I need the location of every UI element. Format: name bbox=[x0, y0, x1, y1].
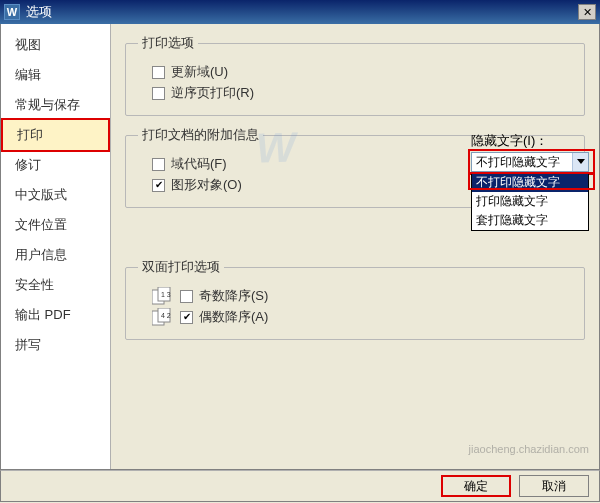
label-reverse-order: 逆序页打印(R) bbox=[171, 84, 254, 102]
legend-duplex: 双面打印选项 bbox=[138, 258, 224, 276]
label-graphics: 图形对象(O) bbox=[171, 176, 242, 194]
ok-button[interactable]: 确定 bbox=[441, 475, 511, 497]
checkbox-graphics[interactable] bbox=[152, 179, 165, 192]
dropdown-option-0[interactable]: 不打印隐藏文字 bbox=[472, 173, 588, 192]
label-field-codes: 域代码(F) bbox=[171, 155, 227, 173]
sidebar-item-general-save[interactable]: 常规与保存 bbox=[1, 90, 110, 120]
legend-doc-append: 打印文档的附加信息 bbox=[138, 126, 263, 144]
sidebar-item-chinese-layout[interactable]: 中文版式 bbox=[1, 180, 110, 210]
checkbox-field-codes[interactable] bbox=[152, 158, 165, 171]
sidebar-item-view[interactable]: 视图 bbox=[1, 30, 110, 60]
svg-text:1 3: 1 3 bbox=[161, 291, 171, 298]
cancel-button[interactable]: 取消 bbox=[519, 475, 589, 497]
label-hidden-text: 隐藏文字(I)： bbox=[471, 132, 548, 150]
content-panel: W 打印选项 更新域(U) 逆序页打印(R) 打印文档的附加信息 域代码(F) … bbox=[111, 24, 599, 469]
highlight-box: 打印 bbox=[1, 118, 110, 152]
sidebar-item-output-pdf[interactable]: 输出 PDF bbox=[1, 300, 110, 330]
app-icon: W bbox=[4, 4, 20, 20]
sidebar-item-file-location[interactable]: 文件位置 bbox=[1, 210, 110, 240]
group-duplex: 双面打印选项 1 3 奇数降序(S) 4 2 偶数降序(A) bbox=[125, 258, 585, 340]
sidebar-item-print[interactable]: 打印 bbox=[3, 120, 108, 150]
checkbox-even-desc[interactable] bbox=[180, 311, 193, 324]
sidebar-item-user-info[interactable]: 用户信息 bbox=[1, 240, 110, 270]
svg-text:4 2: 4 2 bbox=[161, 312, 171, 319]
legend-print-options: 打印选项 bbox=[138, 34, 198, 52]
window-title: 选项 bbox=[26, 3, 578, 21]
combo-value: 不打印隐藏文字 bbox=[472, 154, 572, 171]
sidebar-item-security[interactable]: 安全性 bbox=[1, 270, 110, 300]
sidebar-item-edit[interactable]: 编辑 bbox=[1, 60, 110, 90]
sidebar: 视图 编辑 常规与保存 打印 修订 中文版式 文件位置 用户信息 安全性 输出 … bbox=[1, 24, 111, 469]
label-odd-desc: 奇数降序(S) bbox=[199, 287, 268, 305]
source-watermark: jiaocheng.chazidian.com bbox=[469, 443, 589, 455]
titlebar: W 选项 ✕ bbox=[0, 0, 600, 24]
chevron-down-icon[interactable] bbox=[572, 153, 588, 171]
label-update-fields: 更新域(U) bbox=[171, 63, 228, 81]
checkbox-reverse-order[interactable] bbox=[152, 87, 165, 100]
footer: 确定 取消 bbox=[0, 470, 600, 502]
checkbox-update-fields[interactable] bbox=[152, 66, 165, 79]
dropdown-option-2[interactable]: 套打隐藏文字 bbox=[472, 211, 588, 230]
dropdown-hidden-text: 不打印隐藏文字 打印隐藏文字 套打隐藏文字 bbox=[471, 172, 589, 231]
sidebar-item-spelling[interactable]: 拼写 bbox=[1, 330, 110, 360]
close-button[interactable]: ✕ bbox=[578, 4, 596, 20]
sidebar-item-revision[interactable]: 修订 bbox=[1, 150, 110, 180]
pages-even-icon: 4 2 bbox=[152, 308, 176, 326]
label-even-desc: 偶数降序(A) bbox=[199, 308, 268, 326]
combo-hidden-text[interactable]: 不打印隐藏文字 bbox=[471, 152, 589, 172]
pages-odd-icon: 1 3 bbox=[152, 287, 176, 305]
dropdown-option-1[interactable]: 打印隐藏文字 bbox=[472, 192, 588, 211]
group-print-options: 打印选项 更新域(U) 逆序页打印(R) bbox=[125, 34, 585, 116]
checkbox-odd-desc[interactable] bbox=[180, 290, 193, 303]
